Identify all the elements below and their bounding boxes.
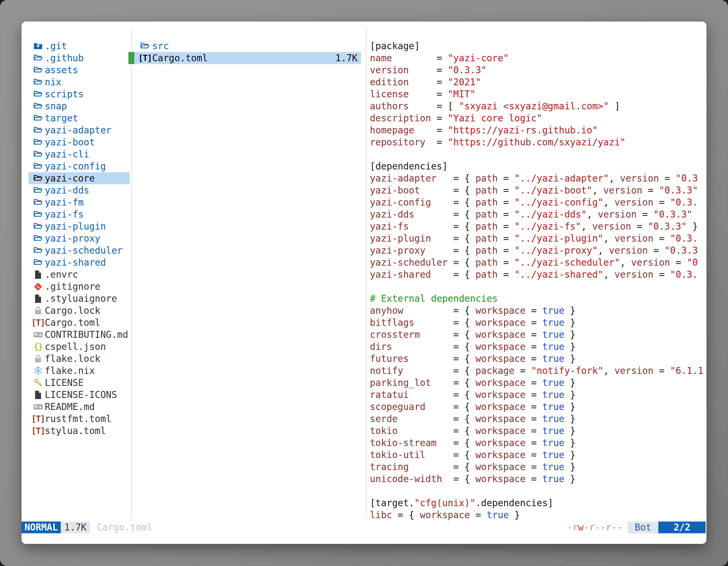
preview-line: anyhow = { workspace = true } xyxy=(370,304,706,316)
sidebar-item-yazi-dds[interactable]: yazi-dds xyxy=(22,184,131,196)
file-name: src xyxy=(152,40,169,52)
sidebar-item-assets[interactable]: assets xyxy=(22,64,131,76)
file-name: yazi-fm xyxy=(45,196,84,208)
scroll-position-indicator: Bot xyxy=(628,522,658,533)
file-name: yazi-boot xyxy=(45,136,95,148)
sidebar-item-yazi-core[interactable]: yazi-core xyxy=(22,172,131,184)
preview-line: repository = "https://github.com/sxyazi/… xyxy=(370,136,706,148)
sidebar-item-Cargo.toml[interactable]: [T]Cargo.toml xyxy=(22,316,131,328)
markdown-icon xyxy=(33,330,43,340)
current-pane-file-list: src[T]Cargo.toml1.7K xyxy=(131,40,366,64)
preview-line: homepage = "https://yazi-rs.github.io" xyxy=(370,124,706,136)
sidebar-item-LICENSE-ICONS[interactable]: LICENSE-ICONS xyxy=(22,389,131,401)
preview-line: scopeguard = { workspace = true } xyxy=(370,401,706,413)
sidebar-item-nix[interactable]: nix xyxy=(22,76,131,88)
sidebar-item-yazi-plugin[interactable]: yazi-plugin xyxy=(22,220,131,233)
file-name: yazi-proxy xyxy=(45,233,100,245)
file-item-src[interactable]: src xyxy=(131,40,366,52)
file-name: .git xyxy=(45,40,67,52)
sidebar-item-target[interactable]: target xyxy=(22,112,131,124)
preview-line: serde = { workspace = true } xyxy=(370,413,706,425)
folder-icon xyxy=(33,186,43,196)
parent-pane-file-list: .git .github assets nix scripts snap tar… xyxy=(22,40,131,437)
preview-line: name = "yazi-core" xyxy=(370,52,706,64)
git-folder-icon xyxy=(33,41,43,51)
folder-icon xyxy=(33,53,43,63)
status-bar: NORMAL 1.7K Cargo.toml -rw-r--r-- Bot 2/… xyxy=(22,522,706,533)
preview-pane-file-content: [package]name = "yazi-core"version = "0.… xyxy=(370,40,706,521)
file-size-indicator: 1.7K xyxy=(61,522,90,533)
sidebar-item-CONTRIBUTING.md[interactable]: CONTRIBUTING.md xyxy=(22,328,131,340)
sidebar-item-flake.nix[interactable]: flake.nix xyxy=(22,365,131,377)
sidebar-item-yazi-shared[interactable]: yazi-shared xyxy=(22,257,131,269)
folder-icon xyxy=(33,113,43,123)
folder-icon xyxy=(33,198,43,208)
file-name: flake.lock xyxy=(45,353,100,365)
file-name: yazi-core xyxy=(45,172,95,184)
preview-line: [dependencies] xyxy=(370,160,706,172)
sidebar-item-flake.lock[interactable]: flake.lock xyxy=(22,353,131,365)
sidebar-item-snap[interactable]: snap xyxy=(22,100,131,112)
toml-icon: [T] xyxy=(33,414,43,424)
toml-icon: [T] xyxy=(140,53,150,63)
file-name: .github xyxy=(45,52,84,64)
markdown-icon xyxy=(33,402,43,412)
nix-icon xyxy=(33,366,43,376)
preview-line: yazi-dds = { path = "../yazi-dds", versi… xyxy=(370,208,706,220)
file-name: Cargo.toml xyxy=(45,316,100,328)
file-name: yazi-scheduler xyxy=(45,245,123,257)
sidebar-item-rustfmt.toml[interactable]: [T]rustfmt.toml xyxy=(22,413,131,425)
file-icon xyxy=(33,293,43,304)
file-name: snap xyxy=(45,100,67,112)
sidebar-item-stylua.toml[interactable]: [T]stylua.toml xyxy=(22,425,131,437)
folder-icon xyxy=(33,125,43,135)
file-name: target xyxy=(45,112,78,124)
file-item-Cargo.toml[interactable]: [T]Cargo.toml1.7K xyxy=(131,52,366,64)
sidebar-item-README.md[interactable]: README.md xyxy=(22,401,131,413)
preview-line: yazi-proxy = { path = "../yazi-proxy", v… xyxy=(370,245,706,257)
sidebar-item-scripts[interactable]: scripts xyxy=(22,88,131,100)
sidebar-item-.envrc[interactable]: .envrc xyxy=(22,269,131,281)
file-name: yazi-dds xyxy=(45,184,89,196)
sidebar-item-yazi-scheduler[interactable]: yazi-scheduler xyxy=(22,245,131,257)
preview-line: parking_lot = { workspace = true } xyxy=(370,377,706,389)
sidebar-item-cspell.json[interactable]: {}cspell.json xyxy=(22,340,131,353)
sidebar-item-LICENSE[interactable]: LICENSE xyxy=(22,377,131,389)
folder-icon xyxy=(33,234,43,244)
file-name: .styluaignore xyxy=(45,292,117,304)
file-name: scripts xyxy=(45,88,84,100)
file-name: Cargo.toml xyxy=(152,52,208,64)
sidebar-item-.git[interactable]: .git xyxy=(22,40,131,52)
sidebar-item-yazi-cli[interactable]: yazi-cli xyxy=(22,148,131,160)
file-name: cspell.json xyxy=(45,340,106,353)
preview-line: [target."cfg(unix)".dependencies] xyxy=(370,497,706,509)
preview-line: yazi-shared = { path = "../yazi-shared",… xyxy=(370,269,706,281)
sidebar-item-yazi-fm[interactable]: yazi-fm xyxy=(22,196,131,208)
preview-line: bitflags = { workspace = true } xyxy=(370,316,706,328)
preview-line: dirs = { workspace = true } xyxy=(370,340,706,353)
sidebar-item-yazi-fs[interactable]: yazi-fs xyxy=(22,208,131,220)
cursor-counter: 2/2 xyxy=(658,522,706,533)
lock-icon xyxy=(33,354,43,364)
file-name: yazi-fs xyxy=(45,208,84,220)
file-name: nix xyxy=(45,76,62,88)
sidebar-item-.styluaignore[interactable]: .styluaignore xyxy=(22,292,131,304)
file-name: README.md xyxy=(45,401,95,413)
file-name: Cargo.lock xyxy=(45,304,100,316)
file-size: 1.7K xyxy=(335,52,358,64)
sidebar-item-Cargo.lock[interactable]: Cargo.lock xyxy=(22,304,131,316)
sidebar-item-yazi-adapter[interactable]: yazi-adapter xyxy=(22,124,131,136)
json-icon: {} xyxy=(33,342,43,352)
preview-line: license = "MIT" xyxy=(370,88,706,100)
sidebar-item-.gitignore[interactable]: .gitignore xyxy=(22,281,131,292)
sidebar-item-yazi-proxy[interactable]: yazi-proxy xyxy=(22,233,131,245)
sidebar-item-yazi-boot[interactable]: yazi-boot xyxy=(22,136,131,148)
toml-icon: [T] xyxy=(33,426,43,436)
preview-line: # External dependencies xyxy=(370,292,706,304)
sidebar-item-.github[interactable]: .github xyxy=(22,52,131,64)
file-name: stylua.toml xyxy=(45,425,106,437)
preview-line: authors = [ "sxyazi <sxyazi@gmail.com>" … xyxy=(370,100,706,112)
file-icon xyxy=(33,270,43,280)
preview-line: notify = { package = "notify-fork", vers… xyxy=(370,365,706,377)
sidebar-item-yazi-config[interactable]: yazi-config xyxy=(22,160,131,172)
